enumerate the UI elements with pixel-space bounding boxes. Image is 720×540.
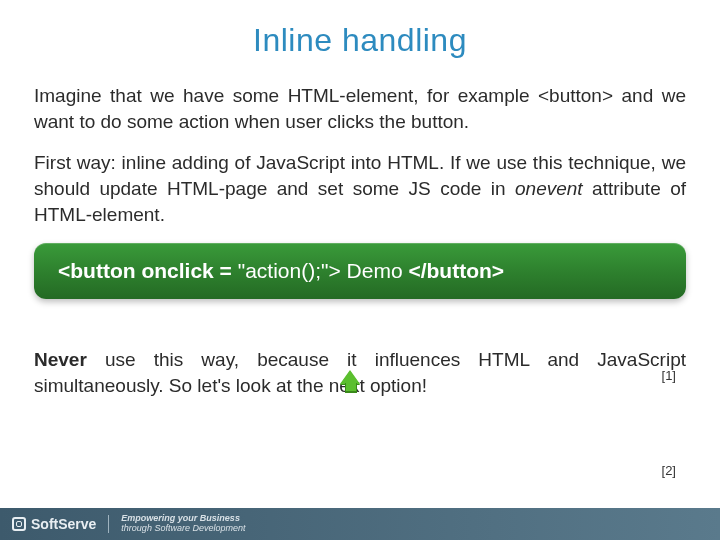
brand-name: SoftServe [31,516,96,532]
logo-icon [12,517,26,531]
reference-2: [2] [662,463,676,478]
up-arrow-icon [340,370,360,384]
reference-1: [1] [662,368,676,383]
brand-tagline: Empowering your Business through Softwar… [121,514,245,534]
paragraph-2: First way: inline adding of JavaScript i… [34,150,686,227]
brand-logo: SoftServe [12,516,96,532]
paragraph-3: Never use this way, because it influence… [34,347,686,398]
code-example: <button onclick = "action();"> Demo </bu… [34,243,686,299]
paragraph-1: Imagine that we have some HTML-element, … [34,83,686,134]
footer-divider [108,515,109,533]
slide-content: Imagine that we have some HTML-element, … [0,59,720,398]
slide-title: Inline handling [0,0,720,59]
footer-bar: SoftServe Empowering your Business throu… [0,508,720,540]
